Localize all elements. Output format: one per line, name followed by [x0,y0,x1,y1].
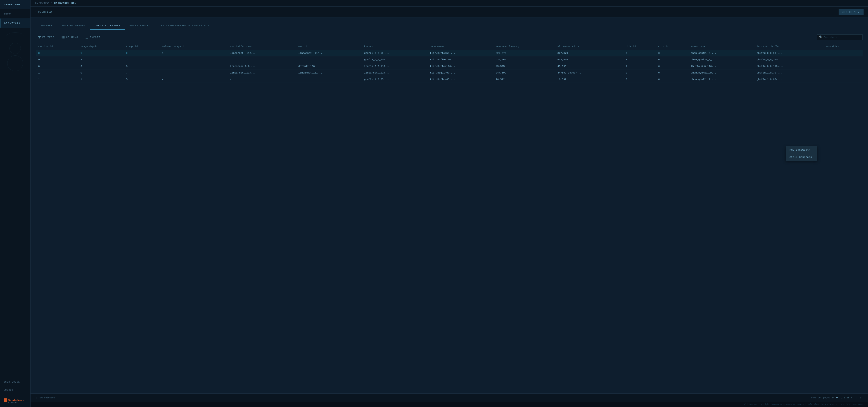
context-menu-pmu-bandwidth[interactable]: PMU Bandwidth [786,146,817,154]
sidebar: DASHBOARD INFO ANALYTICS USER GUIDE LOGO… [0,0,31,407]
breadcrumb-separator: / [51,2,53,4]
sidebar-decoration [0,28,30,76]
col-header-event-name: event name [689,44,754,50]
search-icon: 🔍 [819,35,823,39]
pagination: Rows per page: 5 10 25 1–5 of 7 ‹ › [811,396,863,400]
main-content: OVERVIEW / HARDWARE: RDU ‹ OVERVIEW SECT… [31,0,868,407]
sidebar-item-analytics[interactable]: ANALYTICS [0,19,30,28]
chevron-down-icon: ⌄ [857,10,860,13]
col-header-node-names: node names [428,44,494,50]
table-row[interactable]: 1154-gbuf2u_1_0_65 ...tlir.Buffer65 ...1… [36,76,863,83]
table-row[interactable]: 022-gbuf2a_0_0_100...tlir.Buffer100...93… [36,57,863,63]
section-select-button[interactable]: SECTION ⌄ [839,9,864,15]
data-table: section id stage depth stage id related … [36,44,863,83]
tab-bar: SUMMARY SECTION REPORT COLLATED REPORT P… [36,22,863,30]
col-header-non-buffer: non buffer temp... [228,44,296,50]
next-page-button[interactable]: › [859,396,863,400]
col-header-knames: kNames [362,44,428,50]
svg-text:SambaNova: SambaNova [8,399,24,402]
context-menu-stall-counters[interactable]: Stall Counters [786,154,817,161]
svg-rect-3 [62,36,63,38]
svg-text:SYSTEMS: SYSTEMS [8,402,18,403]
back-button[interactable]: ‹ OVERVIEW [35,11,52,13]
columns-icon [62,36,65,39]
toolbar: FILTERS COLUMNS EXPORT 🔍 [36,34,863,40]
col-header-chip-id: chip id [656,44,689,50]
data-table-container: section id stage depth stage id related … [36,44,863,83]
svg-rect-5 [64,36,65,38]
content-area: SUMMARY SECTION REPORT COLLATED REPORT P… [31,18,868,394]
tab-section-report[interactable]: SECTION REPORT [57,22,90,30]
chevron-left-icon: ‹ [35,11,37,13]
search-container: 🔍 [817,34,863,40]
page-navigation: ‹ › [854,396,863,400]
col-header-section-id: section id [36,44,78,50]
page-info: 1–5 of 7 [841,397,852,399]
selected-rows-info: 1 row selected [36,397,811,399]
col-header-in-out-buffer: in -> out buffe... [754,44,824,50]
table-row[interactable]: 033transpose_0_0_...default_108tbuf1a_0_… [36,63,863,70]
breadcrumb-current: HARDWARE: RDU [54,2,76,4]
sidebar-item-user-guide[interactable]: USER GUIDE [0,378,30,386]
breadcrumb: OVERVIEW / HARDWARE: RDU [35,2,76,4]
export-icon [85,36,88,39]
svg-rect-0 [4,398,7,402]
table-row[interactable]: 107linearnet__lin...linearnet__lin...lin… [36,70,863,76]
sidebar-nav: DASHBOARD INFO ANALYTICS [0,0,30,378]
rows-per-page-label: Rows per page: [811,397,830,399]
topbar: OVERVIEW / HARDWARE: RDU [31,0,868,6]
rows-per-page-selector: Rows per page: 5 10 25 [811,396,839,399]
breadcrumb-home[interactable]: OVERVIEW [35,2,49,4]
prev-page-button[interactable]: ‹ [854,396,858,400]
sidebar-item-info[interactable]: INFO [0,9,30,19]
col-header-stage-depth: stage depth [78,44,124,50]
sidebar-logo: SambaNova SYSTEMS [0,394,30,407]
tab-summary[interactable]: SUMMARY [36,22,57,30]
table-row[interactable]: 0101linearnet__lin...linearnet__lin...gb… [36,50,863,57]
svg-rect-4 [63,36,64,38]
sidebar-item-logout[interactable]: LOGOUT [0,386,30,394]
copyright-bar: All Content Copyright SambaNova Systems … [31,402,868,407]
search-input[interactable] [824,36,860,39]
col-header-stage-id: stage id [124,44,159,50]
filters-button[interactable]: FILTERS [36,35,56,40]
footer-bar: 1 row selected Rows per page: 5 10 25 1–… [31,394,868,402]
tab-paths-report[interactable]: PATHS REPORT [125,22,155,30]
tab-collated-report[interactable]: COLLATED REPORT [90,22,125,30]
col-header-subtables: Subtables [824,44,863,50]
col-header-measured-latency: measured latency [494,44,555,50]
col-header-related-stage: related stage i... [160,44,228,50]
context-menu: PMU Bandwidth Stall Counters [786,146,817,161]
rows-per-page-select[interactable]: 5 10 25 [831,396,839,399]
table-header-row: section id stage depth stage id related … [36,44,863,50]
col-header-tile-id: tile id [623,44,656,50]
col-header-all-measured: all measured la... [555,44,623,50]
tab-training-inference[interactable]: TRAINING/INFERENCE STATISTICS [155,22,214,30]
filter-icon [38,36,41,39]
export-button[interactable]: EXPORT [84,35,102,40]
sidebar-footer: USER GUIDE LOGOUT SambaNova SYSTEMS [0,378,30,407]
sidebar-item-dashboard[interactable]: DASHBOARD [0,0,30,9]
col-header-mac-id: mac id [296,44,362,50]
section-bar: ‹ OVERVIEW SECTION ⌄ [31,6,868,18]
columns-button[interactable]: COLUMNS [60,35,80,40]
